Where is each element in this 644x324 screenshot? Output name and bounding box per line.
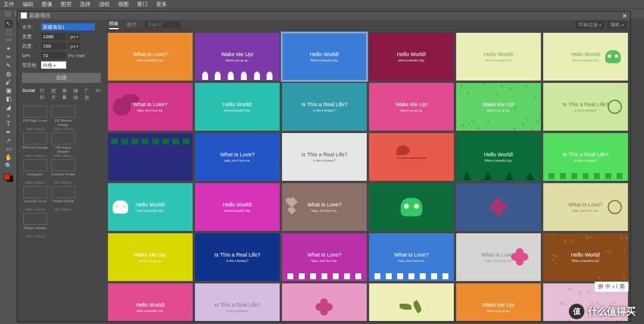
menu-item[interactable]: 更多 [156, 1, 167, 8]
preset-item[interactable]: Twitter Header1500 x 500 px [22, 213, 48, 238]
preset-tab[interactable]: 2x [96, 88, 101, 101]
menu-item[interactable]: 视图 [118, 1, 129, 8]
preset-item[interactable]: Youtube Cover2560 x 1440 px [22, 186, 48, 211]
sort-dropdown[interactable]: 随机 [608, 21, 627, 29]
template-card[interactable] [369, 183, 454, 231]
preset-tab[interactable]: Social [22, 88, 35, 101]
template-card[interactable]: Hello World!what a beautiful day. [195, 83, 280, 131]
template-card[interactable]: Hello World!what a beautiful day. [108, 283, 193, 321]
template-card[interactable]: Wake Me Up!before you go go. [456, 83, 541, 131]
template-card[interactable] [108, 133, 193, 181]
template-card[interactable]: Is This a Real Life?is this a fantasy? [282, 133, 367, 181]
template-card[interactable]: Is This a Real Life?is this a fantasy? [543, 133, 628, 181]
template-card[interactable]: Is This a Real Life?is this a fantasy? [195, 233, 280, 281]
dpi-input[interactable] [41, 52, 66, 59]
search-input[interactable] [145, 21, 181, 28]
path-tool[interactable]: ↗ [5, 137, 13, 144]
template-card[interactable]: Is This a Real Life?is this a fantasy? [282, 83, 367, 131]
preset-tab[interactable]: 广告 [85, 88, 91, 101]
create-button[interactable]: 创建 [22, 73, 101, 83]
color-swatch[interactable] [4, 174, 13, 182]
template-card[interactable]: Hello World!what a beautiful day. [108, 183, 193, 231]
blur-tool[interactable]: ∘ [5, 112, 13, 119]
brush-tool[interactable]: 🖌 [5, 78, 13, 86]
preset-tab[interactable]: 屏幕 [62, 88, 69, 101]
template-card[interactable] [369, 283, 454, 321]
template-card[interactable]: Hello World!What a beautiful day. [282, 33, 367, 81]
template-card[interactable]: Hello World!What a beautiful day. [543, 233, 628, 281]
template-card[interactable]: What Is Love?baby, don't hurt me. [195, 133, 280, 181]
zoom-tool[interactable]: 🔍 [5, 162, 13, 169]
move-tool[interactable]: ↖ [5, 20, 13, 27]
menu-item[interactable]: 文件 [4, 1, 14, 8]
template-card[interactable]: Hello World!what a beautiful day. [369, 33, 454, 81]
menu-item[interactable]: 滤镜 [99, 1, 110, 8]
menu-item[interactable]: 窗口 [137, 1, 148, 8]
template-card[interactable]: What Is Love?baby, don't hurt me. [456, 233, 541, 281]
preset-item[interactable]: FB Event Image1920 x 1080 px [22, 132, 48, 158]
height-input[interactable] [41, 42, 66, 50]
preset-tab[interactable]: 移动 [73, 88, 80, 101]
preset-tab[interactable]: 打印 [40, 88, 47, 101]
stamp-tool[interactable]: ▣ [5, 87, 13, 94]
menu-item[interactable]: 选择 [80, 1, 91, 8]
template-card[interactable] [282, 283, 367, 321]
bg-select[interactable]: 白色 [41, 61, 66, 69]
select-tool[interactable]: ⬚ [5, 28, 13, 36]
template-card[interactable]: What Is Love?baby, don't hurt me. [369, 233, 454, 281]
template-card[interactable]: What Is Love?what a beautiful day. [108, 33, 193, 81]
width-input[interactable] [41, 33, 66, 40]
template-card[interactable]: .acorn::before{background:#a52869}What I… [108, 83, 193, 131]
preset-item[interactable]: FB Group Header1640 x 856 px [50, 132, 76, 158]
template-card[interactable]: What Is Love?baby, don't hurt me. [543, 183, 628, 231]
eyedrop-tool[interactable]: ✎ [5, 61, 13, 69]
width-unit[interactable]: px [69, 33, 80, 40]
template-card[interactable]: Wake Me Up!before you go go. [108, 233, 193, 281]
bg-label: 背景色: [22, 62, 39, 69]
template-card[interactable]: Wake Me Up!before you go go. [369, 83, 454, 131]
template-card[interactable]: Hello World!what a beautiful day. [456, 33, 541, 81]
type-tool[interactable]: T [5, 120, 13, 128]
opt-icon[interactable] [4, 10, 12, 17]
gradient-tool[interactable]: ◢ [5, 103, 13, 111]
wand-tool[interactable]: ✦ [5, 45, 13, 53]
filter-dropdown[interactable]: 字体过滤 [575, 21, 604, 29]
lasso-tool[interactable]: 〰 [5, 36, 13, 44]
crop-tool[interactable]: ✂ [5, 53, 13, 61]
template-card[interactable]: What Is Love?baby, don't hurt me. [282, 233, 367, 281]
template-card[interactable]: Is This a Real Life?is this a fantasy? [195, 283, 280, 321]
menu-item[interactable]: 编辑 [23, 1, 33, 8]
preset-item[interactable]: Twitter Profile400 x 400 px [50, 186, 76, 211]
template-card[interactable]: Hello World!What a beautiful day. [456, 133, 541, 181]
preset-item[interactable]: FB Page Cover1640 x 664 px [22, 106, 48, 131]
template-card[interactable] [456, 183, 541, 231]
template-card[interactable] [369, 133, 454, 181]
template-gallery: What Is Love?what a beautiful day.Wake M… [106, 30, 630, 321]
erase-tool[interactable]: ◧ [5, 95, 13, 103]
template-card[interactable]: Hello World!what a beautiful day. [195, 183, 280, 231]
preset-item[interactable]: Instagram1080 x 1080 px [22, 159, 48, 184]
pen-tool[interactable]: ✒ [5, 128, 13, 136]
height-unit[interactable]: px [69, 42, 80, 50]
preset-item[interactable]: Youtube Profile800 x 800 px [50, 159, 76, 184]
template-card[interactable]: What Is Love?baby, don't hurt me. [282, 183, 367, 231]
ime-toolbar[interactable]: 拼 中 ♪ ⁞ 简 [595, 282, 628, 292]
preset-item[interactable]: FB Shared Image1200 x 630 px [50, 106, 76, 131]
template-card[interactable]: Wake Me Up!before you go go. [195, 33, 280, 81]
menu-item[interactable]: 图像 [42, 1, 52, 8]
template-card[interactable]: Is This a Real Life?is this a fantasy? [543, 83, 628, 131]
watermark-badge: 值 [569, 304, 584, 319]
menu-item[interactable]: 图层 [61, 1, 72, 8]
template-card[interactable]: Wake Me Up!before you go go. [456, 283, 541, 321]
preset-tab[interactable]: 照片 [51, 88, 58, 101]
heal-tool[interactable]: ◍ [5, 70, 13, 78]
shape-tool[interactable]: ▭ [5, 145, 13, 153]
hand-tool[interactable]: ✋ [5, 153, 13, 161]
template-card[interactable]: .skull::before,.skull::after{background:… [543, 33, 628, 81]
tab-templates[interactable]: 模板 [109, 20, 119, 29]
dialog-header: 新建项目 × [17, 11, 630, 20]
height-label: 高度: [22, 43, 39, 50]
tab-photos[interactable]: 照片 [127, 21, 137, 28]
name-input[interactable] [41, 23, 95, 30]
close-icon[interactable]: × [623, 12, 627, 20]
